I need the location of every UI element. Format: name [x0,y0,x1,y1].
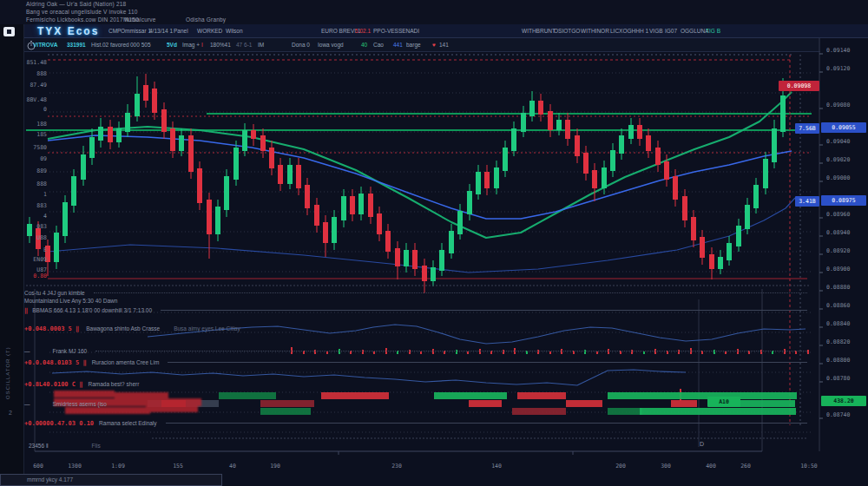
price-axis-label: 0.08860 [826,302,850,309]
price-axis-label: 0.08920 [826,247,850,254]
price-axis-label: 0.08960 [826,211,850,218]
price-axis-label: 0.08940 [826,229,850,236]
time-axis-label: 1:09 [103,463,133,470]
indicator-label: Smidrtess aserns (iso [53,401,108,407]
indicator-value: ‖ [24,307,28,314]
left-axis-label: 889 [26,167,47,174]
row-rule [161,310,807,311]
left-axis-label: 1 [26,191,47,198]
time-axis-label: 190 [260,463,290,470]
left-axis-label: 8BV.48 [26,96,47,103]
left-axis-label: 0 [26,106,47,113]
indicator-row[interactable]: Cos-tu 4 J4J gun kimble [24,289,807,297]
time-axis-label: 300 [651,463,681,470]
price-axis-label: 0.08800 [826,357,850,364]
indicator-row[interactable]: Mountainland Live Any 5:30 40 Dawn [24,297,807,305]
price-tag-blue: 7.56B [795,123,819,134]
price-tag-blue: 0.09055 [821,122,866,133]
indicator-label: Flis [92,443,101,449]
left-axis-label: EN09 [26,256,47,263]
left-axis-label: 7580 [26,144,47,151]
indicator-label: Ruracion amenta Cree Lim [92,359,160,365]
row-rule [166,423,807,424]
price-axis-label: 0.08880 [826,284,850,291]
left-axis-label: E [26,246,47,253]
time-axis-label: 200 [606,463,635,470]
left-axis-label: U88 [26,234,47,241]
indicator-value: +0.8L40.0100 C ‖ [24,381,82,388]
trading-terminal: Aldring Oak — Ur'a Said (Nation) 218 Ban… [0,0,868,486]
indicator-label: Ramana select Edinaly [99,420,156,426]
indicator-value: +0.048.0003 5 ‖ [24,325,79,332]
left-axis-label: 185 [26,131,47,138]
indicator-row[interactable]: +0.0.048.0103 5 ‖Ruracion amenta Cree Li… [24,358,807,366]
indicator-row[interactable]: +0.00000.47.03 0.10Ramana select Edinaly [24,419,807,427]
indicator-row[interactable]: +0.048.0003 5 ‖Bawagona shinto Asb Crass… [24,325,807,332]
chart-graphics [0,0,868,486]
left-axis-label: 188 [26,121,47,128]
price-axis-label: 0.08840 [826,320,850,327]
left-axis-label: 888 [26,181,47,187]
indicator-row[interactable]: —Frank MJ 160 [24,347,807,355]
indicator-row[interactable]: 23456 ‖Flis [24,442,807,450]
left-axis-red-label: 0.80 [26,273,47,279]
time-axis-label: 230 [382,463,411,470]
price-axis-label: 0.08820 [826,338,850,345]
time-axis-label: 260 [731,463,760,470]
countdown-marker: D [700,441,704,447]
price-axis-label: 0.09080 [826,102,850,108]
row-rule [94,292,807,293]
price-tag-blue: 3.41B [795,196,819,207]
indicator-label: Bawagona shinto Asb Crasse [86,325,160,332]
price-axis-label: 0.08900 [826,266,850,273]
indicator-label: — [24,401,30,407]
left-axis-label: 083 [26,223,47,230]
left-axis-label: 4 [26,213,47,220]
time-axis-label: 40 [218,463,247,470]
price-axis-label: 0.09020 [826,156,850,163]
price-tag-green: 438.20 [821,396,866,406]
time-axis-label: 140 [482,463,511,470]
price-axis-label: 0.09140 [826,47,850,54]
time-axis-label: 600 [23,463,53,470]
indicator-row[interactable]: —Smidrtess aserns (iso [24,400,807,408]
row-rule [168,362,807,363]
price-axis-label: 0.09000 [826,174,850,181]
left-axis-label: 851.48 [26,59,47,66]
left-axis-label: 87.49 [26,82,47,89]
indicator-label: Ramada best? sherr [88,381,139,387]
time-axis-label: 400 [696,463,726,470]
price-axis-label: 0.09120 [826,65,850,72]
indicator-row[interactable]: ‖BBMAS 666 4.13 1 18'0 00 downhill 3/1 7… [24,306,807,314]
price-axis-label: 0.08740 [826,411,850,418]
indicator-label: Mountainland Live Any 5:30 40 Dawn [24,298,117,304]
left-axis-label: 883 [26,202,47,209]
indicator-label: — [24,348,30,354]
price-axis-label: 0.09040 [826,138,850,145]
time-axis-label: 155 [163,463,193,470]
price-tag-red: 0.09098 [779,81,819,91]
price-tag-blue: 0.08975 [821,195,866,206]
row-rule [95,351,807,351]
indicator-label: Frank MJ 160 [53,348,88,354]
price-axis-label: 0.08780 [826,375,850,382]
indicator-row[interactable]: +0.8L40.0100 C ‖Ramada best? sherr [24,380,807,388]
bottom-status-box: mmrnd ykcy 4.177 [0,474,222,486]
indicator-label: Busa aimy eyes Lee Citlay [174,325,240,332]
left-axis-label: 09 [26,155,47,162]
time-axis-label: 1300 [60,463,89,470]
indicator-value: +0.0.048.0103 5 ‖ [24,359,87,366]
time-axis-label: 10:50 [794,463,824,470]
left-axis-label: 888 [26,70,47,77]
indicator-label: 23456 ‖ [29,443,49,449]
indicator-label: Cos-tu 4 J4J gun kimble [24,290,85,296]
indicator-label: BBMAS 666 4.13 1 18'0 00 downhill 3/1 7:… [32,307,152,313]
indicator-value: +0.00000.47.03 0.10 [24,420,94,427]
